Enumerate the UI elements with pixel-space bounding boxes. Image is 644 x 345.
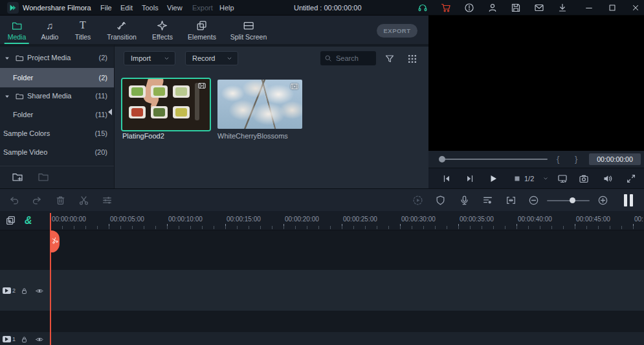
chevron-down-icon[interactable] <box>542 175 549 182</box>
menu-edit[interactable]: Edit <box>120 0 133 16</box>
zoom-out-icon[interactable] <box>528 195 539 206</box>
tab-split-screen[interactable]: Split Screen <box>230 19 267 41</box>
ruler-tick-label: 00:00:00:00 <box>52 216 86 223</box>
search-input[interactable] <box>335 54 372 63</box>
delete-trash-icon[interactable] <box>55 195 66 206</box>
lock-track-icon[interactable] <box>20 335 29 343</box>
tab-titles[interactable]: T Titles <box>75 19 91 41</box>
toggle-visibility-eye-icon[interactable] <box>35 335 44 343</box>
import-dropdown[interactable]: Import <box>124 51 175 65</box>
info-icon[interactable] <box>464 3 474 13</box>
tab-audio[interactable]: ♫ Audio <box>41 19 59 41</box>
sidebar-item-shared-media[interactable]: Shared Media (11) <box>0 91 114 102</box>
app-logo-icon <box>7 2 19 14</box>
ruler-tick-label: 00:00:30:00 <box>401 216 436 223</box>
download-icon[interactable] <box>557 3 568 13</box>
tab-transition[interactable]: Transition <box>107 19 137 41</box>
sidebar-item-project-media[interactable]: Project Media (2) <box>0 52 114 63</box>
music-note-icon: ♫ <box>41 19 59 31</box>
chevron-down-icon <box>163 55 170 62</box>
collapse-sidebar-arrow-icon[interactable] <box>108 109 112 115</box>
marker-shield-icon[interactable] <box>435 195 446 206</box>
ruler-tick-label: 00:00:15:00 <box>227 216 261 223</box>
sidebar-item-shared-folder[interactable]: Folder (11) <box>0 109 114 120</box>
video-track-icon[interactable] <box>3 287 11 294</box>
previous-frame-button[interactable] <box>441 173 452 184</box>
zoom-slider[interactable] <box>547 200 590 201</box>
auto-ripple-icon[interactable]: & <box>25 213 32 228</box>
volume-speaker-icon[interactable] <box>603 173 613 184</box>
delete-folder-button[interactable] <box>38 171 49 183</box>
minimize-button[interactable] <box>584 3 594 12</box>
filter-funnel-icon[interactable] <box>384 54 395 64</box>
adjust-properties-icon[interactable] <box>102 195 113 206</box>
media-clip-whitecherryblossoms[interactable] <box>217 80 302 129</box>
dual-monitor-icon[interactable] <box>557 173 568 184</box>
feedback-mail-icon[interactable] <box>534 3 544 13</box>
audio-mixer-icon[interactable] <box>482 195 493 206</box>
playback-quality-dropdown[interactable]: 1/2 <box>524 168 534 189</box>
cart-icon[interactable] <box>441 3 451 13</box>
sidebar-item-folder-selected[interactable]: Folder (2) <box>0 68 114 87</box>
ruler-tick-label: 00: <box>634 216 643 223</box>
playhead-handle[interactable] <box>50 230 60 252</box>
sidebar-item-sample-video[interactable]: Sample Video (20) <box>0 147 114 158</box>
menu-view[interactable]: View <box>167 0 183 16</box>
snapshot-camera-icon[interactable] <box>579 173 589 184</box>
add-folder-button[interactable] <box>12 171 23 183</box>
preview-screen <box>428 16 644 151</box>
caret-down-icon[interactable] <box>4 93 10 100</box>
tab-elements[interactable]: Elements <box>188 19 216 41</box>
media-clip-platingfood2[interactable] <box>122 79 210 130</box>
support-headset-icon[interactable] <box>417 3 428 13</box>
render-preview-icon[interactable] <box>412 195 423 206</box>
zoom-slider-handle[interactable] <box>570 197 575 203</box>
stop-button[interactable] <box>513 173 523 184</box>
next-frame-button[interactable] <box>465 173 475 184</box>
manage-tracks-icon[interactable] <box>5 215 16 226</box>
media-clip-name: WhiteCherryBlossoms <box>217 132 288 140</box>
export-button[interactable]: EXPORT <box>377 24 417 38</box>
menu-tools[interactable]: Tools <box>142 0 159 16</box>
video-track-1: 1 <box>0 332 644 345</box>
current-timecode[interactable]: 00:00:00:00 <box>589 153 641 165</box>
tab-effects[interactable]: Effects <box>152 19 173 41</box>
search-box[interactable] <box>320 51 376 65</box>
tab-media[interactable]: Media <box>8 19 27 41</box>
mark-out-icon[interactable]: } <box>575 151 577 168</box>
timeline-toolbar <box>0 188 644 211</box>
redo-icon[interactable] <box>32 195 43 206</box>
zoom-to-fit-icon[interactable] <box>505 195 516 206</box>
close-button[interactable] <box>631 3 640 12</box>
video-track-icon[interactable] <box>3 336 11 342</box>
maximize-button[interactable] <box>608 3 617 12</box>
play-button[interactable] <box>488 173 498 184</box>
record-dropdown[interactable]: Record <box>185 51 238 65</box>
zoom-in-icon[interactable] <box>597 195 608 206</box>
undo-icon[interactable] <box>8 195 19 206</box>
view-grid-icon[interactable] <box>407 54 417 64</box>
menu-export[interactable]: Export <box>192 0 213 16</box>
scrubber-handle[interactable] <box>439 156 445 162</box>
mark-in-icon[interactable]: { <box>557 151 559 168</box>
search-icon <box>324 54 332 62</box>
media-folder-icon <box>8 19 27 31</box>
sidebar-item-sample-colors[interactable]: Sample Colors (15) <box>0 128 114 139</box>
app-name: Wondershare Filmora <box>23 0 91 16</box>
voiceover-mic-icon[interactable] <box>459 195 470 206</box>
save-icon[interactable] <box>511 3 521 13</box>
caret-down-icon[interactable] <box>4 55 10 61</box>
account-icon[interactable] <box>487 3 498 13</box>
timeline-ruler[interactable]: & 00:00:00:00 00:00:05:00 00:00:10:00 00… <box>0 211 644 230</box>
pause-panel-icon[interactable] <box>624 194 634 206</box>
toggle-visibility-eye-icon[interactable] <box>35 287 44 295</box>
scrubber-track[interactable] <box>444 159 548 160</box>
effects-star-icon <box>152 19 173 31</box>
fullscreen-icon[interactable] <box>626 173 636 184</box>
video-clip-badge-icon <box>197 82 207 90</box>
lock-track-icon[interactable] <box>20 287 29 295</box>
menu-file[interactable]: File <box>100 0 112 16</box>
media-library-sidebar: Project Media (2) Folder (2) Shared Medi… <box>0 44 114 188</box>
menu-help[interactable]: Help <box>219 0 234 16</box>
split-scissors-icon[interactable] <box>78 195 89 206</box>
